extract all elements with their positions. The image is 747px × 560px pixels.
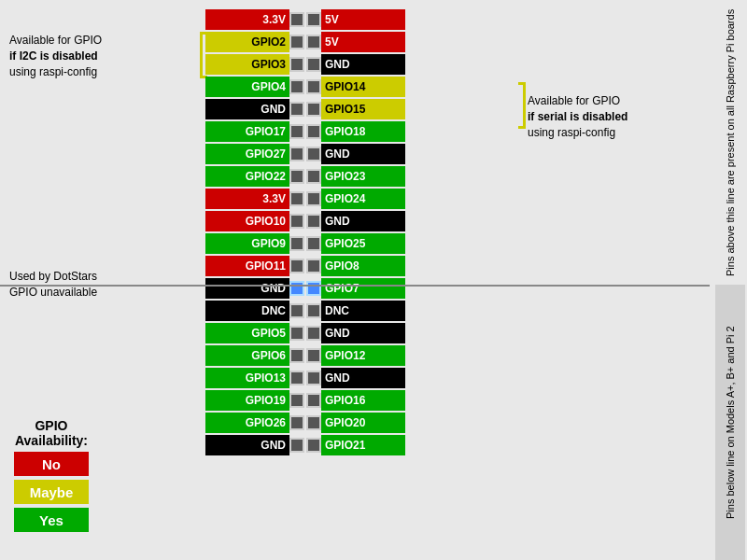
pin-square-left [289,348,304,363]
pin-label-right: GPIO15 [321,99,405,119]
pin-square-left [289,102,304,117]
pin-square-left [289,57,304,72]
pin-label-left: GPIO3 [205,54,289,75]
pin-square-left [289,147,304,161]
pin-square-right [306,236,321,251]
vertical-text-top: Pins above this line are present on all … [715,0,745,285]
pin-row: GPIO17GPIO18 [205,121,405,142]
pin-square-right [306,438,321,453]
pin-label-left: GPIO11 [205,256,289,276]
pin-connector [289,57,321,72]
pin-label-right: GPIO21 [321,435,405,455]
pin-label-left: GPIO4 [205,77,289,97]
pin-label-right: 5V [321,32,405,52]
pin-square-right [306,281,321,296]
pin-label-left: GPIO26 [205,413,289,433]
pin-diagram: 3.3V5VGPIO25VGPIO3GNDGPIO4GPIO14GNDGPIO1… [205,9,405,455]
pin-row: DNCDNC [205,301,405,321]
pin-square-left [289,281,304,296]
main-container: Available for GPIO if I2C is disabled us… [0,0,747,560]
pin-connector [289,281,321,296]
pin-row: GPIO27GND [205,144,405,164]
pin-square-right [306,303,321,318]
pin-row: GPIO11GPIO8 [205,256,405,276]
i2c-callout: Available for GPIO if I2C is disabled us… [9,33,102,79]
pin-square-right [306,326,321,341]
legend-yes: Yes [14,508,89,532]
pin-label-left: GPIO5 [205,323,289,343]
pin-connector [289,12,321,27]
pin-label-right: GPIO12 [321,345,405,366]
pin-connector [289,348,321,363]
serial-callout: Available for GPIO if serial is disabled… [528,93,627,140]
pin-square-right [306,169,321,184]
pin-label-left: GND [205,435,289,455]
pin-square-right [306,259,321,273]
legend: GPIO Availability: No Maybe Yes [14,418,89,532]
pin-label-right: GPIO16 [321,390,405,411]
pin-connector [289,259,321,273]
pin-square-right [306,57,321,72]
pin-square-right [306,35,321,49]
pin-square-left [289,415,304,430]
legend-title: GPIO Availability: [14,418,89,448]
pin-label-left: GPIO10 [205,211,289,231]
pin-square-left [289,393,304,408]
pin-row: GPIO3GND [205,54,405,75]
pin-row: GPIO9GPIO25 [205,233,405,254]
pin-row: GPIO13GND [205,368,405,388]
pin-label-left: DNC [205,301,289,321]
pin-square-left [289,214,304,229]
pin-label-left: GPIO17 [205,121,289,142]
pin-label-right: GND [321,323,405,343]
pin-row: GNDGPIO15 [205,99,405,119]
pin-label-left: GPIO6 [205,345,289,366]
pin-connector [289,147,321,161]
pin-label-left: GND [205,99,289,119]
pin-square-right [306,124,321,139]
pin-label-right: 5V [321,9,405,30]
pin-label-left: GND [205,278,289,299]
pin-row: GPIO10GND [205,211,405,231]
pin-label-right: GPIO8 [321,256,405,276]
pin-connector [289,124,321,139]
pin-square-right [306,393,321,408]
pin-label-right: GPIO7 [321,278,405,299]
pin-square-left [289,124,304,139]
pin-label-right: GND [321,144,405,164]
vertical-text-bottom: Pins below line on Models A+, B+ and Pi … [715,285,745,560]
pin-label-right: GND [321,368,405,388]
pin-label-right: GPIO14 [321,77,405,97]
pin-square-right [306,348,321,363]
pin-connector [289,415,321,430]
pin-row: GPIO25V [205,32,405,52]
pin-square-right [306,371,321,385]
pin-row: GNDGPIO7 [205,278,405,299]
pin-label-right: GND [321,54,405,75]
pin-square-left [289,371,304,385]
pin-label-left: GPIO22 [205,166,289,187]
pin-row: GPIO22GPIO23 [205,166,405,187]
pin-connector [289,79,321,94]
pin-connector [289,35,321,49]
pin-label-right: GPIO23 [321,166,405,187]
pin-square-left [289,169,304,184]
pin-label-right: GND [321,211,405,231]
pin-square-left [289,191,304,206]
pin-square-left [289,259,304,273]
pin-connector [289,438,321,453]
pin-connector [289,303,321,318]
pin-square-left [289,303,304,318]
pin-square-left [289,35,304,49]
pin-row: GNDGPIO21 [205,435,405,455]
pin-label-left: 3.3V [205,9,289,30]
pin-square-right [306,102,321,117]
pin-row: 3.3VGPIO24 [205,189,405,209]
pin-connector [289,371,321,385]
pin-square-right [306,214,321,229]
pin-label-right: GPIO25 [321,233,405,254]
pin-row: GPIO26GPIO20 [205,413,405,433]
pin-label-left: GPIO19 [205,390,289,411]
pin-row: GPIO6GPIO12 [205,345,405,366]
pin-square-right [306,147,321,161]
